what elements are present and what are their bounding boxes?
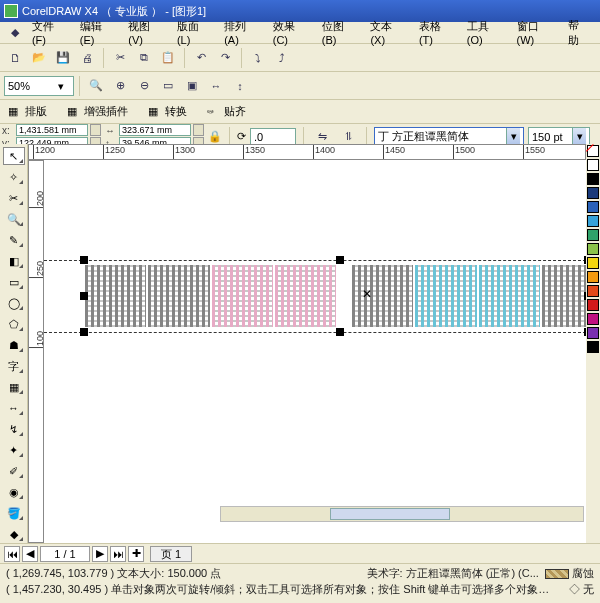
menu-item[interactable]: 帮助: [562, 16, 596, 50]
prev-page-button[interactable]: ◀: [22, 546, 38, 562]
table-tool[interactable]: ▦: [3, 378, 25, 396]
zoom-width-button[interactable]: ↔: [205, 75, 227, 97]
zoom-fit-button[interactable]: ▭: [157, 75, 179, 97]
menu-item[interactable]: 效果(C): [267, 17, 316, 48]
rotate-icon: ⟳: [237, 130, 246, 143]
color-swatch[interactable]: [587, 159, 599, 171]
menu-item[interactable]: 视图(V): [122, 17, 171, 48]
selection-handle[interactable]: [336, 256, 344, 264]
app-menu-icon[interactable]: ◆: [4, 22, 26, 44]
selection-handle[interactable]: [336, 328, 344, 336]
color-swatch[interactable]: [587, 341, 599, 353]
zoom-page-button[interactable]: ▣: [181, 75, 203, 97]
next-page-button[interactable]: ▶: [92, 546, 108, 562]
color-swatch[interactable]: [587, 299, 599, 311]
color-swatch[interactable]: [587, 257, 599, 269]
import-button[interactable]: ⤵: [247, 47, 269, 69]
snap-docker-button[interactable]: ⎃贴齐: [203, 103, 250, 120]
selection-handle[interactable]: [80, 292, 88, 300]
export-button[interactable]: ⤴: [271, 47, 293, 69]
fill-preview-icon[interactable]: [545, 569, 569, 579]
interactive-fill-tool[interactable]: ◆: [3, 525, 25, 543]
polygon-tool[interactable]: ⬠: [3, 315, 25, 333]
undo-button[interactable]: ↶: [190, 47, 212, 69]
menu-item[interactable]: 窗口(W): [511, 17, 563, 48]
add-page-button[interactable]: ✚: [128, 546, 144, 562]
guideline[interactable]: [44, 332, 586, 333]
status-cursor-info: ( 1,269.745, 103.779 ) 文本大小: 150.000 点: [6, 566, 221, 581]
page-tab[interactable]: 页 1: [150, 546, 192, 562]
canvas[interactable]: ✕: [44, 160, 586, 543]
color-swatch[interactable]: [587, 243, 599, 255]
basic-shapes-tool[interactable]: ☗: [3, 336, 25, 354]
pick-tool[interactable]: ↖: [3, 147, 25, 165]
print-button[interactable]: 🖨: [76, 47, 98, 69]
first-page-button[interactable]: ⏮: [4, 546, 20, 562]
menu-item[interactable]: 表格(T): [413, 17, 461, 48]
menu-item[interactable]: 文件(F): [26, 17, 74, 48]
color-swatch[interactable]: [587, 229, 599, 241]
transform-docker-button[interactable]: ▦转换: [144, 103, 191, 120]
crop-tool[interactable]: ✂: [3, 189, 25, 207]
color-swatch[interactable]: [587, 313, 599, 325]
dimension-tool[interactable]: ↔: [3, 399, 25, 417]
color-swatch[interactable]: [587, 173, 599, 185]
eyedropper-tool[interactable]: ✐: [3, 462, 25, 480]
zoom-height-button[interactable]: ↕: [229, 75, 251, 97]
layout-docker-button[interactable]: ▦排版: [4, 103, 51, 120]
last-page-button[interactable]: ⏭: [110, 546, 126, 562]
paste-button[interactable]: 📋: [157, 47, 179, 69]
color-swatch[interactable]: [587, 285, 599, 297]
x-field[interactable]: 1,431.581 mm: [16, 124, 88, 136]
plugins-docker-button[interactable]: ▦增强插件: [63, 103, 132, 120]
rectangle-tool[interactable]: ▭: [3, 273, 25, 291]
zoom-tool[interactable]: 🔍: [3, 210, 25, 228]
smart-fill-tool[interactable]: ◧: [3, 252, 25, 270]
menu-item[interactable]: 版面(L): [171, 17, 218, 48]
no-color-swatch[interactable]: [587, 145, 599, 157]
color-swatch[interactable]: [587, 271, 599, 283]
width-field[interactable]: 323.671 mm: [119, 124, 191, 136]
lock-ratio-icon[interactable]: 🔒: [208, 130, 222, 144]
selection-handle[interactable]: [80, 328, 88, 336]
horizontal-ruler[interactable]: 12001250130013501400145015001550: [28, 144, 586, 160]
selection-center-icon[interactable]: ✕: [362, 290, 372, 300]
menu-item[interactable]: 位图(B): [316, 17, 365, 48]
color-swatch[interactable]: [587, 215, 599, 227]
open-button[interactable]: 📂: [28, 47, 50, 69]
color-swatch[interactable]: [587, 187, 599, 199]
artistic-text-object[interactable]: [84, 265, 586, 327]
zoom-out-button[interactable]: ⊖: [133, 75, 155, 97]
cut-button[interactable]: ✂: [109, 47, 131, 69]
zoom-combo[interactable]: 50% ▾: [4, 76, 74, 96]
new-button[interactable]: 🗋: [4, 47, 26, 69]
menu-item[interactable]: 工具(O): [461, 17, 511, 48]
guideline[interactable]: [44, 260, 586, 261]
ellipse-tool[interactable]: ◯: [3, 294, 25, 312]
shape-tool[interactable]: ✧: [3, 168, 25, 186]
zoom-in-button[interactable]: ⊕: [109, 75, 131, 97]
copy-button[interactable]: ⧉: [133, 47, 155, 69]
effects-tool[interactable]: ✦: [3, 441, 25, 459]
zoom-tool-icon[interactable]: 🔍: [85, 75, 107, 97]
vertical-ruler[interactable]: 200250100: [28, 160, 44, 543]
redo-button[interactable]: ↷: [214, 47, 236, 69]
menu-item[interactable]: 排列(A): [218, 17, 267, 48]
color-palette: [586, 144, 600, 543]
page-number-field[interactable]: 1 / 1: [40, 546, 90, 562]
connector-tool[interactable]: ↯: [3, 420, 25, 438]
x-spinner[interactable]: [90, 124, 101, 136]
color-swatch[interactable]: [587, 327, 599, 339]
freehand-tool[interactable]: ✎: [3, 231, 25, 249]
color-swatch[interactable]: [587, 201, 599, 213]
text-tool[interactable]: 字: [3, 357, 25, 375]
menu-item[interactable]: 编辑(E): [74, 17, 123, 48]
save-button[interactable]: 💾: [52, 47, 74, 69]
fill-tool[interactable]: 🪣: [3, 504, 25, 522]
outline-tool[interactable]: ◉: [3, 483, 25, 501]
rotation-field[interactable]: .0: [250, 128, 296, 146]
w-spinner[interactable]: [193, 124, 204, 136]
menu-item[interactable]: 文本(X): [364, 17, 413, 48]
selection-handle[interactable]: [80, 256, 88, 264]
horizontal-scrollbar[interactable]: [220, 506, 584, 522]
